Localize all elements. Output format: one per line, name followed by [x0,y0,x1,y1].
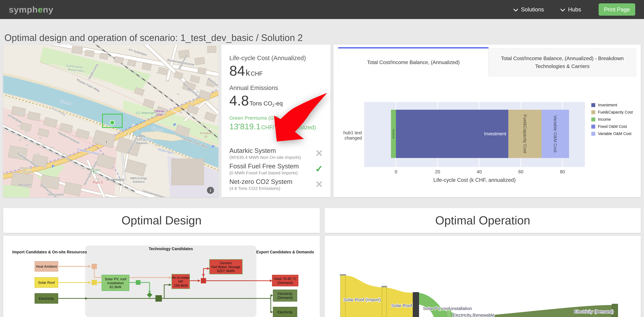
x-tick-label: 80 [560,169,565,175]
svg-text:19: 19 [136,128,138,131]
system-name: Net-zero CO2 System [229,178,323,185]
bar-segment-label: Variable O&M Cost [553,115,558,153]
svg-text:85: 85 [103,56,106,59]
legend-item[interactable]: Investment [591,103,633,107]
svg-text:100: 100 [49,146,54,149]
legend-label: Variable O&M Cost [598,131,632,136]
energy-flow-diagram[interactable]: Import Candidates & On-site ResourcesTec… [3,236,320,317]
bar-segment-investment[interactable]: Investment [396,110,508,158]
legend-swatch [591,103,595,107]
node-solar-roof[interactable] [382,287,386,317]
svg-text:76: 76 [81,167,84,170]
operation-section-header: Optimal Operation [325,208,641,233]
svg-text:Heat 70-80 °C: Heat 70-80 °C [274,277,296,281]
design-node-solar-roof[interactable]: Solar Roof [35,278,58,288]
svg-text:installation: installation [107,281,124,285]
legend-swatch [591,132,595,136]
tab-total-cost-balance[interactable]: Total Cost/Income Balance, (Annualized) [338,47,488,76]
design-node-hp[interactable]: Air-to-waterHP158.9kW [172,274,190,289]
svg-text:121a: 121a [35,153,40,155]
svg-text:104: 104 [40,144,44,147]
svg-text:Spezial: Spezial [22,170,31,173]
svg-text:P: P [173,123,176,127]
nav-hubs-label: Hubs [568,6,581,13]
openstreetmap-view[interactable]: LimmatLimmatGartenarealBreitensteinBreit… [3,45,218,197]
bar-segment-income[interactable]: Income [391,110,396,158]
lifecycle-cost-value: 84 k CHF [229,63,306,79]
legend-label: Fixed O&M Cost [598,124,627,129]
chevron-down-icon [560,7,565,11]
design-node-solar-pv[interactable]: Solar PV, roofinstallation82.6kW [102,275,129,291]
legend-swatch [591,110,595,114]
svg-text:Electricity: Electricity [278,292,292,296]
svg-text:51: 51 [196,91,198,94]
node-solar-roof-import[interactable] [340,275,346,317]
svg-text:(Demand): (Demand) [277,281,293,285]
svg-text:Electricity: Electricity [39,297,54,301]
svg-text:Air-to-water: Air-to-water [172,276,190,280]
node-solar-pv[interactable] [413,292,419,317]
svg-text:158.9kW: 158.9kW [174,284,188,288]
sankey-diagram[interactable]: Solar Roof (Import)Solar RoofSolar PV, r… [325,236,641,317]
svg-text:P: P [52,164,54,169]
cross-icon: ✕ [315,179,323,190]
svg-text:69: 69 [144,68,147,70]
svg-text:120: 120 [24,130,28,133]
system-detail: (0 MWh Fossil Fuel based Imports) [229,170,323,175]
legend-item[interactable]: Variable O&M Cost [591,131,633,136]
app-logo[interactable]: sympheny [9,4,54,15]
svg-text:Ampèresteg: Ampèresteg [106,178,124,181]
map-hub-marker[interactable] [110,120,114,125]
bar-segment-fuel-capacity-cost[interactable]: Fuel&Capacity Cost [508,110,542,158]
svg-text:122: 122 [17,125,21,127]
bar-segment-variable-o-m-cost[interactable]: Variable O&M Cost [542,110,569,158]
svg-text:57: 57 [186,86,189,89]
kpi-panel: Life-cycle Cost (Annualized) 84 k CHF An… [221,45,330,197]
design-section-title: Optimal Design [122,214,202,227]
system-detail: (4.8 Tons CO2 Emissions) [229,186,323,191]
legend-item[interactable]: Fuel&Capacity Cost [591,110,633,115]
svg-text:60: 60 [26,144,28,147]
legend-item[interactable]: Fixed O&M Cost [591,124,633,129]
annual-emissions-label: Annual Emissions [229,84,283,91]
design-node-elec-export[interactable]: Electricity [273,307,297,317]
node-cap [382,286,387,287]
nav-solutions[interactable]: Solutions [514,6,544,13]
svg-text:74: 74 [87,173,90,176]
design-node-storage[interactable]: GenericHot Water Storage8257.3kWh [210,259,242,274]
svg-text:Puls 5: Puls 5 [93,180,103,184]
nav-hubs[interactable]: Hubs [562,6,581,13]
svg-text:Bungee: Bungee [90,168,100,171]
x-tick-label: 20 [435,169,440,175]
operation-section-title: Optimal Operation [435,214,530,227]
tab-cost-breakdown[interactable]: Total Cost/Income Balance, (Annualized) … [488,48,636,76]
map-panel[interactable]: LimmatLimmatGartenarealBreitensteinBreit… [3,45,218,197]
green-premiums-block: Green Premiums (GP) 13'819.1 CHF/Ton (An… [229,115,316,131]
map-attribution-icon[interactable]: i [207,187,214,194]
design-node-electricity-in[interactable]: Electricity [35,294,58,304]
svg-text:Kreisbüro: Kreisbüro [200,131,213,135]
svg-text:53: 53 [191,101,194,103]
svg-text:106: 106 [38,137,42,139]
svg-text:93: 93 [77,48,80,51]
legend-label: Fuel&Capacity Cost [598,110,633,115]
green-premiums-value: 13'819.1 CHF/Ton (Annualized) [229,122,316,131]
system-detail: (95'635.4 MWh Non On-site Imports) [229,155,323,160]
design-node-heat-ambient[interactable]: Heat Ambient [35,261,58,271]
design-node-elec-demand[interactable]: Electricity(Demand) [273,290,297,301]
chevron-down-icon [513,7,518,11]
x-tick-label: 0 [395,169,397,175]
svg-text:P: P [212,145,214,149]
design-node-heat-demand[interactable]: Heat 70-80 °C(Demand) [272,275,298,286]
svg-text:Electricity (Demand): Electricity (Demand) [574,309,614,314]
svg-text:Generic: Generic [220,261,232,265]
stacked-bar-plot[interactable]: IncomeInvestmentFuel&Capacity CostVariab… [364,102,585,167]
print-page-button[interactable]: Print Page [599,3,635,16]
bar-segment-label: Fuel&Capacity Cost [522,114,528,153]
svg-text:59: 59 [166,79,168,82]
legend-item[interactable]: Income [591,117,633,122]
svg-text:101: 101 [51,182,55,185]
svg-text:67: 67 [156,71,160,74]
svg-text:Stall: Stall [156,113,162,116]
svg-text:Solar Roof: Solar Roof [391,303,412,308]
